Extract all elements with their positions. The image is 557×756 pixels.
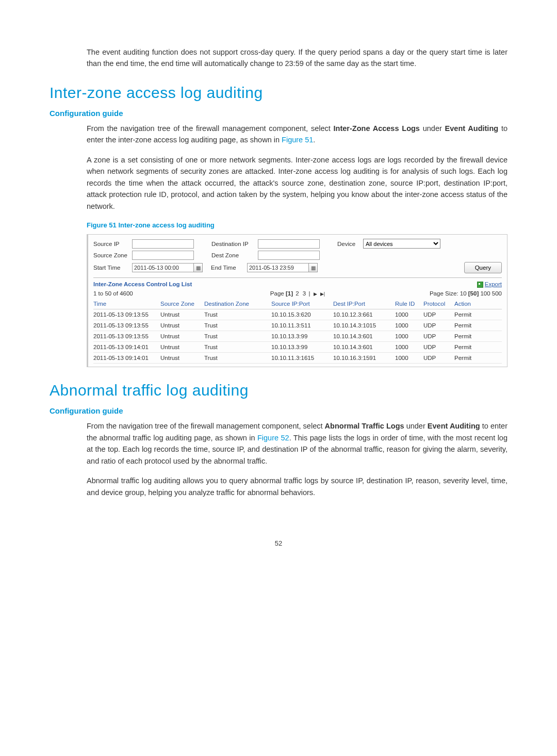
page-size-label: Page Size: bbox=[430, 290, 460, 297]
table-cell: 2011-05-13 09:14:01 bbox=[93, 353, 160, 364]
page-number: 52 bbox=[50, 539, 507, 547]
next-page-icon[interactable]: ▶ bbox=[314, 291, 317, 297]
export-icon bbox=[477, 282, 483, 288]
col-dest-ip-port[interactable]: Dest IP:Port bbox=[333, 299, 395, 309]
intro-paragraph: The event auditing function does not sup… bbox=[87, 46, 507, 70]
log-list-title: Inter-Zone Access Control Log List bbox=[93, 281, 192, 287]
col-rule-id[interactable]: Rule ID bbox=[395, 299, 423, 309]
figure-51: Source IP Destination IP Device All devi… bbox=[87, 234, 507, 367]
table-cell: 10.10.11.3:1615 bbox=[271, 353, 333, 364]
table-row: 2011-05-13 09:13:55UntrustTrust10.10.15.… bbox=[93, 309, 502, 320]
table-cell: Trust bbox=[204, 309, 271, 320]
table-row: 2011-05-13 09:13:55UntrustTrust10.10.11.… bbox=[93, 320, 502, 331]
text: From the navigation tree of the firewall… bbox=[87, 124, 334, 133]
section2-paragraph2: Abnormal traffic log auditing allows you… bbox=[87, 475, 507, 498]
text: . bbox=[313, 136, 315, 144]
table-row: 2011-05-13 09:13:55UntrustTrust10.10.13.… bbox=[93, 331, 502, 342]
result-range: 1 to 50 of 4600 bbox=[93, 290, 133, 297]
source-ip-input[interactable] bbox=[132, 239, 194, 249]
dest-zone-input[interactable] bbox=[258, 251, 320, 260]
export-link[interactable]: Export bbox=[477, 281, 502, 288]
table-cell: Permit bbox=[454, 331, 502, 342]
table-cell: 10.10.14.3:601 bbox=[333, 342, 395, 353]
query-button[interactable]: Query bbox=[464, 262, 502, 273]
device-label: Device bbox=[337, 241, 363, 247]
table-cell: Permit bbox=[454, 320, 502, 331]
page-2-link[interactable]: 2 bbox=[296, 290, 299, 297]
table-cell: Permit bbox=[454, 342, 502, 353]
source-zone-label: Source Zone bbox=[93, 252, 132, 258]
text: From the navigation tree of the firewall… bbox=[87, 422, 325, 430]
end-time-label: End Time bbox=[211, 265, 247, 271]
table-cell: 2011-05-13 09:13:55 bbox=[93, 309, 160, 320]
table-cell: Permit bbox=[454, 353, 502, 364]
section-title-abnormal: Abnormal traffic log auditing bbox=[50, 382, 507, 399]
table-cell: 10.10.13.3:99 bbox=[271, 331, 333, 342]
section2-paragraph1: From the navigation tree of the firewall… bbox=[87, 420, 507, 467]
bold-text: Event Auditing bbox=[428, 422, 480, 430]
text: under bbox=[404, 422, 428, 430]
table-cell: 10.10.14.3:601 bbox=[333, 331, 395, 342]
section1-paragraph1: From the navigation tree of the firewall… bbox=[87, 123, 507, 146]
end-time-input[interactable] bbox=[247, 263, 309, 272]
table-cell: UDP bbox=[423, 309, 454, 320]
col-dest-zone[interactable]: Destination Zone bbox=[204, 299, 271, 309]
table-cell: Untrust bbox=[160, 320, 204, 331]
table-cell: UDP bbox=[423, 353, 454, 364]
page-prefix: Page bbox=[270, 290, 286, 297]
table-cell: Untrust bbox=[160, 309, 204, 320]
table-row: 2011-05-13 09:14:01UntrustTrust10.10.13.… bbox=[93, 342, 502, 353]
text: under bbox=[420, 124, 445, 133]
last-page-icon[interactable]: ▶| bbox=[320, 291, 325, 297]
config-guide-heading-1: Configuration guide bbox=[50, 109, 507, 118]
table-cell: 10.10.15.3:620 bbox=[271, 309, 333, 320]
page-size-50: [50] bbox=[468, 290, 479, 297]
destination-ip-label: Destination IP bbox=[211, 241, 258, 247]
figure-link-51[interactable]: Figure 51 bbox=[282, 136, 313, 144]
col-time[interactable]: Time bbox=[93, 299, 160, 309]
calendar-icon[interactable]: ▦ bbox=[308, 263, 318, 272]
separator: | bbox=[308, 290, 310, 297]
col-source-ip-port[interactable]: Source IP:Port bbox=[271, 299, 333, 309]
page-current: [1] bbox=[286, 290, 293, 297]
calendar-icon[interactable]: ▦ bbox=[193, 263, 203, 272]
table-header-row: Time Source Zone Destination Zone Source… bbox=[93, 299, 502, 309]
col-action[interactable]: Action bbox=[454, 299, 502, 309]
table-cell: Trust bbox=[204, 342, 271, 353]
col-protocol[interactable]: Protocol bbox=[423, 299, 454, 309]
figure-link-52[interactable]: Figure 52 bbox=[257, 434, 289, 442]
page-size-500[interactable]: 500 bbox=[492, 290, 502, 297]
page-3-link[interactable]: 3 bbox=[303, 290, 306, 297]
bold-text: Event Auditing bbox=[445, 124, 499, 133]
pager: Page [1] 2 3 | ▶ ▶| bbox=[270, 290, 325, 297]
figure-caption-51: Figure 51 Inter-zone access log auditing bbox=[87, 221, 507, 229]
page-size-selector: Page Size: 10 [50] 100 500 bbox=[430, 290, 502, 297]
page-size-100[interactable]: 100 bbox=[480, 290, 490, 297]
table-cell: 1000 bbox=[395, 309, 423, 320]
table-cell: Trust bbox=[204, 320, 271, 331]
col-source-zone[interactable]: Source Zone bbox=[160, 299, 204, 309]
page-size-10[interactable]: 10 bbox=[460, 290, 467, 297]
table-cell: 10.10.11.3:511 bbox=[271, 320, 333, 331]
start-time-label: Start Time bbox=[93, 265, 132, 271]
table-cell: Untrust bbox=[160, 331, 204, 342]
section-title-interzone: Inter-zone access log auditing bbox=[50, 84, 507, 102]
table-cell: Trust bbox=[204, 353, 271, 364]
dest-zone-label: Dest Zone bbox=[211, 252, 258, 258]
start-time-input[interactable] bbox=[132, 263, 194, 272]
destination-ip-input[interactable] bbox=[258, 239, 320, 249]
table-cell: 2011-05-13 09:13:55 bbox=[93, 320, 160, 331]
table-cell: 10.10.13.3:99 bbox=[271, 342, 333, 353]
table-cell: 10.10.12.3:661 bbox=[333, 309, 395, 320]
config-guide-heading-2: Configuration guide bbox=[50, 406, 507, 415]
section1-paragraph2: A zone is a set consisting of one or mor… bbox=[87, 154, 507, 212]
table-row: 2011-05-13 09:14:01UntrustTrust10.10.11.… bbox=[93, 353, 502, 364]
table-cell: 1000 bbox=[395, 320, 423, 331]
device-select[interactable]: All devices bbox=[363, 239, 440, 249]
divider bbox=[93, 277, 502, 278]
table-cell: 10.10.14.3:1015 bbox=[333, 320, 395, 331]
table-cell: 2011-05-13 09:13:55 bbox=[93, 331, 160, 342]
table-cell: 1000 bbox=[395, 353, 423, 364]
table-cell: Untrust bbox=[160, 353, 204, 364]
source-zone-input[interactable] bbox=[132, 251, 194, 260]
